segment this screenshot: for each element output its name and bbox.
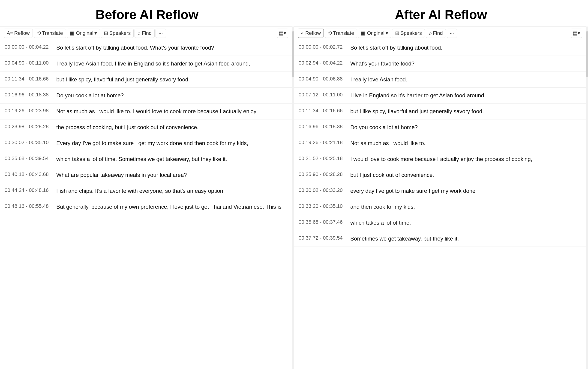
table-row[interactable]: 00:00.00 - 00:02.72 So let's start off b… <box>294 40 586 56</box>
after-original-btn[interactable]: ▣ Original ▾ <box>358 29 391 38</box>
before-transcript-list: 00:00.00 - 00:04.22 So let's start off b… <box>0 40 292 369</box>
table-row[interactable]: 00:48.16 - 00:55.48 But generally, becau… <box>0 199 292 215</box>
reflow-icon: A≡ <box>7 30 13 36</box>
table-row[interactable]: 00:19.26 - 00:23.98 Not as much as I wou… <box>0 103 292 120</box>
after-scrollbar[interactable] <box>586 27 588 369</box>
after-more-btn[interactable]: ··· <box>447 29 457 38</box>
table-row[interactable]: 00:30.02 - 00:35.10 Every day I've got t… <box>0 135 292 151</box>
transcript-text: So let's start off by talking about food… <box>56 44 287 52</box>
timestamp: 00:04.90 - 00:06.88 <box>299 75 345 82</box>
layout-icon: ▤▾ <box>573 30 580 36</box>
timestamp: 00:16.96 - 00:18.38 <box>5 91 51 98</box>
search-icon: ⌕ <box>137 30 141 36</box>
after-panel: ✓ Reflow ⟲ Translate ▣ Original ▾ ⊞ Spea… <box>294 27 586 369</box>
transcript-text: Not as much as I would like to. I would … <box>56 107 287 115</box>
table-row[interactable]: 00:23.98 - 00:28.28 the process of cooki… <box>0 120 292 135</box>
translate-icon: ⟲ <box>328 30 332 36</box>
table-row[interactable]: 00:02.94 - 00:04.22 What's your favorite… <box>294 56 586 72</box>
transcript-text: which takes a lot of time. Sometimes we … <box>56 155 287 163</box>
transcript-text: What's your favorite food? <box>350 60 581 68</box>
before-translate-btn[interactable]: ⟲ Translate <box>34 29 66 38</box>
main-content: A≡ Reflow ⟲ Translate ▣ Original ▾ ⊞ Spe… <box>0 27 588 369</box>
after-translate-btn[interactable]: ⟲ Translate <box>325 29 357 38</box>
before-scrollbar-thumb <box>292 31 294 77</box>
after-speakers-btn[interactable]: ⊞ Speakers <box>392 29 425 38</box>
timestamp: 00:04.90 - 00:11.00 <box>5 60 51 66</box>
speakers-icon: ⊞ <box>104 30 108 36</box>
table-row[interactable]: 00:00.00 - 00:04.22 So let's start off b… <box>0 40 292 56</box>
transcript-text: I would love to cook more because I actu… <box>350 155 581 163</box>
table-row[interactable]: 00:16.96 - 00:18.38 Do you cook a lot at… <box>0 88 292 103</box>
table-row[interactable]: 00:30.02 - 00:33.20 every day I've got t… <box>294 183 586 199</box>
before-reflow-btn[interactable]: A≡ Reflow <box>4 29 33 38</box>
transcript-text: Every day I've got to make sure I get my… <box>56 139 287 147</box>
timestamp: 00:48.16 - 00:55.48 <box>5 203 51 209</box>
transcript-text: every day I've got to make sure I get my… <box>350 187 581 195</box>
before-layout-btn[interactable]: ▤▾ <box>277 29 288 38</box>
timestamp: 00:33.20 - 00:35.10 <box>299 203 345 209</box>
transcript-text: Sometimes we get takeaway, but they like… <box>350 235 581 243</box>
timestamp: 00:35.68 - 00:39.54 <box>5 155 51 162</box>
timestamp: 00:21.52 - 00:25.18 <box>299 155 345 162</box>
chevron-down-icon: ▾ <box>94 30 97 36</box>
after-toolbar: ✓ Reflow ⟲ Translate ▣ Original ▾ ⊞ Spea… <box>294 27 586 40</box>
table-row[interactable]: 00:04.90 - 00:06.88 I really love Asian … <box>294 72 586 88</box>
table-row[interactable]: 00:35.68 - 00:39.54 which takes a lot of… <box>0 151 292 167</box>
timestamp: 00:11.34 - 00:16.66 <box>5 75 51 82</box>
table-row[interactable]: 00:11.34 - 00:16.66 but I like spicy, fl… <box>0 72 292 88</box>
table-row[interactable]: 00:33.20 - 00:35.10 and then cook for my… <box>294 199 586 215</box>
before-toolbar: A≡ Reflow ⟲ Translate ▣ Original ▾ ⊞ Spe… <box>0 27 292 40</box>
before-scrollbar[interactable] <box>292 27 294 369</box>
original-icon: ▣ <box>361 30 366 36</box>
after-find-btn[interactable]: ⌕ Find <box>426 29 446 38</box>
transcript-text: the process of cooking, but I just cook … <box>56 123 287 132</box>
after-layout-btn[interactable]: ▤▾ <box>571 29 582 38</box>
table-row[interactable]: 00:37.72 - 00:39.54 Sometimes we get tak… <box>294 231 586 247</box>
translate-icon: ⟲ <box>37 30 41 36</box>
transcript-text: Fish and chips. It's a favorite with eve… <box>56 187 287 195</box>
timestamp: 00:16.96 - 00:18.38 <box>299 123 345 130</box>
timestamp: 00:30.02 - 00:33.20 <box>299 187 345 193</box>
check-icon: ✓ <box>301 31 304 36</box>
transcript-text: and then cook for my kids, <box>350 203 581 211</box>
table-row[interactable]: 00:16.96 - 00:18.38 Do you cook a lot at… <box>294 120 586 135</box>
table-row[interactable]: 00:07.12 - 00:11.00 I live in England so… <box>294 88 586 103</box>
transcript-text: but I like spicy, flavorful and just gen… <box>56 75 287 84</box>
table-row[interactable]: 00:40.18 - 00:43.68 What are popular tak… <box>0 167 292 183</box>
transcript-text: But generally, because of my own prefere… <box>56 203 287 211</box>
original-icon: ▣ <box>70 30 75 36</box>
table-row[interactable]: 00:19.26 - 00:21.18 Not as much as I wou… <box>294 135 586 151</box>
table-row[interactable]: 00:11.34 - 00:16.66 but I like spicy, fl… <box>294 103 586 120</box>
table-row[interactable]: 00:25.90 - 00:28.28 but I just cook out … <box>294 167 586 183</box>
timestamp: 00:35.68 - 00:37.46 <box>299 219 345 225</box>
timestamp: 00:40.18 - 00:43.68 <box>5 171 51 177</box>
timestamp: 00:25.90 - 00:28.28 <box>299 171 345 177</box>
page-header: Before AI Reflow After AI Reflow <box>0 0 588 27</box>
transcript-text: What are popular takeaway meals in your … <box>56 171 287 179</box>
table-row[interactable]: 00:35.68 - 00:37.46 which takes a lot of… <box>294 215 586 231</box>
transcript-text: I really love Asian food. I live in Engl… <box>56 60 287 68</box>
after-reflow-btn[interactable]: ✓ Reflow <box>298 29 324 38</box>
before-speakers-btn[interactable]: ⊞ Speakers <box>101 29 134 38</box>
transcript-text: I really love Asian food. <box>350 75 581 84</box>
timestamp: 00:07.12 - 00:11.00 <box>299 91 345 98</box>
layout-icon: ▤▾ <box>279 30 286 36</box>
timestamp: 00:11.34 - 00:16.66 <box>299 107 345 114</box>
transcript-text: Do you cook a lot at home? <box>350 123 581 132</box>
table-row[interactable]: 00:21.52 - 00:25.18 I would love to cook… <box>294 151 586 167</box>
before-find-btn[interactable]: ⌕ Find <box>135 29 155 38</box>
after-scrollbar-thumb <box>586 31 588 77</box>
timestamp: 00:37.72 - 00:39.54 <box>299 235 345 241</box>
timestamp: 00:44.24 - 00:48.16 <box>5 187 51 193</box>
table-row[interactable]: 00:44.24 - 00:48.16 Fish and chips. It's… <box>0 183 292 199</box>
timestamp: 00:23.98 - 00:28.28 <box>5 123 51 130</box>
transcript-text: So let's start off by talking about food… <box>350 44 581 52</box>
timestamp: 00:00.00 - 00:04.22 <box>5 44 51 50</box>
before-more-btn[interactable]: ··· <box>156 29 166 38</box>
timestamp: 00:00.00 - 00:02.72 <box>299 44 345 50</box>
before-original-btn[interactable]: ▣ Original ▾ <box>67 29 100 38</box>
after-title: After AI Reflow <box>294 0 588 27</box>
table-row[interactable]: 00:04.90 - 00:11.00 I really love Asian … <box>0 56 292 72</box>
transcript-text: which takes a lot of time. <box>350 219 581 227</box>
chevron-down-icon: ▾ <box>386 30 388 36</box>
